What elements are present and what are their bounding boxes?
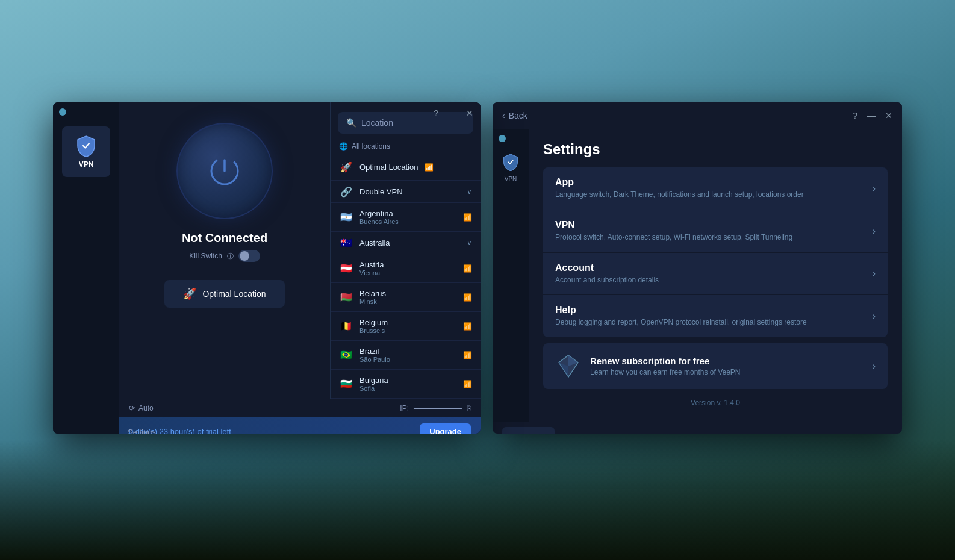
settings-link[interactable]: Settings [128, 428, 156, 434]
toggle-knob [240, 251, 249, 261]
account-card-info: Account Account and subscription details [555, 263, 865, 285]
optimal-location-icon: 🚀 [183, 287, 196, 300]
location-list: 🚀 Optimal Location 📶 🔗 Double VPN ∨ [331, 154, 481, 399]
renew-subscription-card[interactable]: Renew subscription for free Learn how yo… [543, 343, 888, 389]
vpn-card-title: VPN [555, 220, 865, 231]
loc-name: Bulgaria [359, 376, 457, 385]
list-item[interactable]: 🇧🇪 Belgium Brussels 📶 [331, 312, 481, 341]
close-button[interactable]: ✕ [466, 109, 473, 117]
refresh-icon: ⟳ [129, 404, 135, 412]
back-label: Back [509, 111, 527, 120]
app-card-chevron: › [873, 183, 876, 194]
renew-desc: Learn how you can earn free months of Ve… [590, 368, 864, 376]
settings-cards-group: App Language switch, Dark Theme, notific… [543, 167, 888, 337]
help-settings-card[interactable]: Help Debug logging and report, OpenVPN p… [543, 295, 888, 337]
power-button[interactable] [176, 123, 273, 219]
loc-name: Austria [359, 260, 457, 269]
ip-value-placeholder [414, 408, 462, 409]
settings-body: VPN Settings App Language switch, Dark T… [493, 129, 902, 422]
connection-status: Not Connected [182, 231, 267, 245]
renew-info: Renew subscription for free Learn how yo… [590, 356, 864, 376]
list-item[interactable]: 🇦🇹 Austria Vienna 📶 [331, 254, 481, 283]
loc-name: Australia [359, 238, 461, 247]
loc-info: Austria Vienna [359, 260, 457, 276]
kill-switch-row: Kill Switch ⓘ [189, 250, 260, 262]
loc-info: Argentina Buenos Aires [359, 209, 457, 225]
app-card-desc: Language switch, Dark Theme, notificatio… [555, 190, 865, 200]
loc-info: Double VPN [359, 187, 461, 196]
upgrade-button[interactable]: Upgrade [420, 423, 471, 434]
loc-name: Belarus [359, 289, 457, 298]
settings-sidebar: VPN [493, 129, 529, 422]
app-settings-card[interactable]: App Language switch, Dark Theme, notific… [543, 167, 888, 210]
vpn-sidebar-button[interactable]: VPN [62, 126, 110, 177]
location-panel: 🔍 Location 🌐 All locations 🚀 Optimal Loc… [330, 102, 481, 399]
center-panel: Not Connected Kill Switch ⓘ 🚀 Optimal Lo… [119, 102, 330, 399]
globe-icon: 🌐 [339, 142, 348, 151]
loc-info: Australia [359, 238, 461, 247]
help-card-chevron: › [873, 311, 876, 322]
optimal-location-selector[interactable]: 🚀 Optimal Location [164, 280, 285, 308]
list-item[interactable]: 🔗 Double VPN ∨ [331, 181, 481, 203]
settings-help-button[interactable]: ? [853, 111, 857, 120]
signal-icon: 📶 [463, 213, 472, 222]
bulgaria-flag: 🇧🇬 [339, 379, 353, 389]
australia-flag: 🇦🇺 [339, 238, 353, 247]
account-settings-card[interactable]: Account Account and subscription details… [543, 253, 888, 295]
account-card-chevron: › [873, 268, 876, 279]
list-item[interactable]: 🇦🇺 Australia ∨ [331, 232, 481, 254]
copy-icon[interactable]: ⎘ [467, 404, 471, 412]
minimize-button[interactable]: — [448, 109, 456, 117]
kill-switch-label: Kill Switch [189, 252, 222, 260]
optimal-location-text: Optimal Location [202, 289, 266, 299]
left-window: ? — ✕ VPN [53, 102, 481, 434]
auto-row: ⟳ Auto [129, 404, 154, 412]
settings-active-button[interactable]: Settings [502, 427, 555, 434]
loc-city: Vienna [359, 269, 457, 276]
loc-name: Brazil [359, 347, 457, 356]
settings-close-button[interactable]: ✕ [885, 111, 892, 120]
list-item[interactable]: 🚀 Optimal Location 📶 [331, 154, 481, 181]
settings-title-bar: ‹ Back ? — ✕ [493, 102, 902, 129]
power-icon-large [207, 153, 243, 189]
signal-icon: 📶 [463, 264, 472, 273]
signal-icon: 📶 [463, 322, 472, 331]
account-card-title: Account [555, 263, 865, 273]
power-indicator [59, 108, 66, 116]
version-text: Version v. 1.4.0 [543, 399, 888, 412]
back-button[interactable]: ‹ Back [502, 111, 527, 120]
help-card-title: Help [555, 305, 865, 316]
optimal-list-icon: 🚀 [339, 161, 353, 173]
settings-minimize-button[interactable]: — [867, 111, 876, 120]
vpn-settings-card[interactable]: VPN Protocol switch, Auto-connect setup,… [543, 210, 888, 252]
austria-flag: 🇦🇹 [339, 264, 353, 273]
auto-label: Auto [138, 404, 154, 412]
loc-name: Double VPN [359, 187, 461, 196]
list-item[interactable]: 🇧🇷 Brazil São Paulo 📶 [331, 341, 481, 370]
settings-vpn-label: VPN [505, 176, 517, 182]
left-main: Not Connected Kill Switch ⓘ 🚀 Optimal Lo… [119, 102, 481, 434]
settings-power-indicator [499, 135, 506, 142]
settings-bottom-bar: Settings [493, 422, 902, 434]
signal-icon: 📶 [463, 293, 472, 302]
help-button[interactable]: ? [434, 109, 438, 117]
loc-city: Brussels [359, 327, 457, 334]
loc-city: Buenos Aires [359, 218, 457, 225]
loc-city: São Paulo [359, 356, 457, 363]
vpn-card-info: VPN Protocol switch, Auto-connect setup,… [555, 220, 865, 243]
list-item[interactable]: 🇦🇷 Argentina Buenos Aires 📶 [331, 203, 481, 232]
account-card-desc: Account and subscription details [555, 275, 865, 285]
optimal-list-name: Optimal Location [359, 163, 418, 172]
search-placeholder: Location [361, 118, 393, 128]
bg-trees-overlay [0, 440, 955, 560]
settings-shield-icon [503, 153, 518, 171]
loc-city: Sofia [359, 385, 457, 392]
kill-switch-toggle[interactable] [238, 250, 260, 262]
help-card-desc: Debug logging and report, OpenVPN protoc… [555, 317, 865, 328]
list-item[interactable]: 🇧🇾 Belarus Minsk 📶 [331, 283, 481, 312]
renew-card-chevron: › [873, 361, 876, 372]
loc-name: Argentina [359, 209, 457, 218]
list-item[interactable]: 🇧🇬 Bulgaria Sofia 📶 [331, 370, 481, 399]
all-locations-label: All locations [352, 142, 390, 151]
belarus-flag: 🇧🇾 [339, 293, 353, 302]
